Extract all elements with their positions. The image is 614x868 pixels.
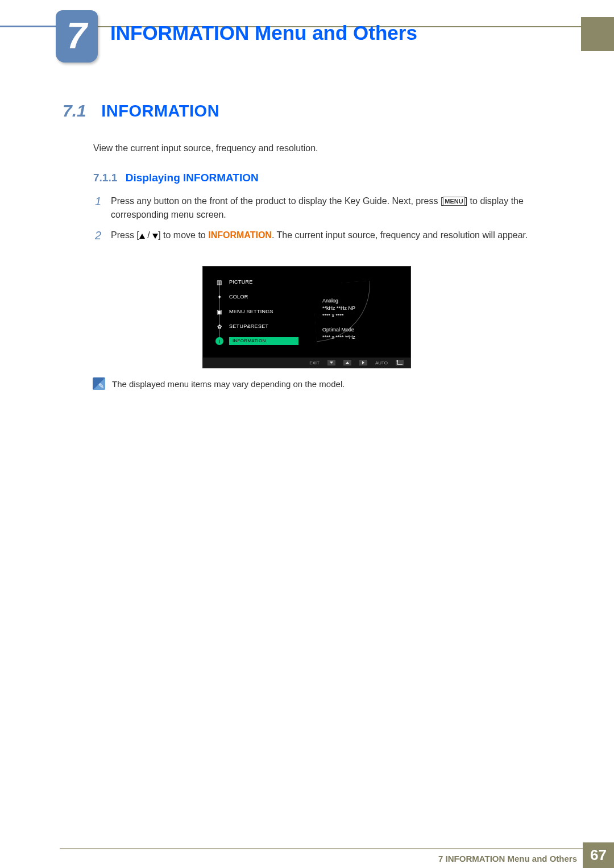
nav-up-icon <box>343 360 351 366</box>
osd-screenshot: ▥ PICTURE ✦ COLOR ▣ MENU SETTINGS ✿ SETU… <box>202 266 411 368</box>
gear-icon: ✿ <box>215 322 223 330</box>
chapter-title: INFORMATION Menu and Others <box>110 22 417 44</box>
osd-info-line: **** x **** <box>322 312 355 319</box>
footer-rule <box>60 848 583 849</box>
footer-chapter-text: 7 INFORMATION Menu and Others <box>438 854 577 863</box>
osd-bottom-bar: EXIT AUTO <box>203 358 410 368</box>
info-icon: i <box>215 337 223 345</box>
settings-icon: ▣ <box>215 308 223 315</box>
menu-key-icon: MENU <box>443 197 464 206</box>
color-icon: ✦ <box>215 293 223 301</box>
subsection-number: 7.1.1 <box>93 172 117 184</box>
osd-item-label: MENU SETTINGS <box>229 309 273 314</box>
osd-item-information: i INFORMATION <box>215 334 306 348</box>
note-row: ✎ The displayed menu items may vary depe… <box>93 377 345 390</box>
osd-menu-list: ▥ PICTURE ✦ COLOR ▣ MENU SETTINGS ✿ SETU… <box>215 275 306 348</box>
step-1-number: 1 <box>95 194 111 208</box>
nav-down-icon <box>327 360 335 366</box>
osd-item-label: SETUP&RESET <box>229 323 268 329</box>
osd-item-color: ✦ COLOR <box>215 289 306 304</box>
note-text: The displayed menu items may vary depend… <box>112 379 345 389</box>
information-highlight: INFORMATION <box>208 230 272 240</box>
triangle-up-icon <box>139 234 145 239</box>
osd-info-line: Optimal Mode <box>322 326 355 334</box>
step-1: 1 Press any button on the front of the p… <box>95 194 550 222</box>
chapter-number-badge: 7 <box>56 10 98 63</box>
triangle-down-icon <box>152 234 158 239</box>
header-right-block <box>581 17 614 51</box>
section-intro: View the current input source, frequency… <box>93 143 318 153</box>
osd-exit-label: EXIT <box>309 360 320 366</box>
section-number: 7.1 <box>63 101 86 121</box>
osd-info-line: **** x **** **Hz <box>322 334 355 341</box>
note-icon: ✎ <box>93 377 105 390</box>
osd-item-picture: ▥ PICTURE <box>215 275 306 289</box>
step-2-number: 2 <box>95 229 111 242</box>
osd-info-line: Analog <box>322 297 355 305</box>
subsection-title: Displaying INFORMATION <box>126 172 259 184</box>
step-2-text: Press [ / ] to move to INFORMATION. The … <box>111 229 550 242</box>
step-1-text: Press any button on the front of the pro… <box>111 194 550 222</box>
section-title: INFORMATION <box>101 102 219 121</box>
footer-page-number: 67 <box>583 842 614 868</box>
picture-icon: ▥ <box>215 278 223 286</box>
nav-return-icon <box>396 360 404 366</box>
osd-info-line: **kHz **Hz NP <box>322 305 355 312</box>
osd-item-label: PICTURE <box>229 279 253 285</box>
osd-item-menu-settings: ▣ MENU SETTINGS <box>215 304 306 319</box>
osd-auto-label: AUTO <box>375 360 388 366</box>
nav-enter-icon <box>359 360 367 366</box>
osd-info-panel: Analog **kHz **Hz NP **** x **** Optimal… <box>322 297 355 348</box>
osd-item-label: COLOR <box>229 294 248 300</box>
osd-item-setup-reset: ✿ SETUP&RESET <box>215 319 306 334</box>
osd-item-label: INFORMATION <box>229 337 298 345</box>
step-2: 2 Press [ / ] to move to INFORMATION. Th… <box>95 229 550 242</box>
